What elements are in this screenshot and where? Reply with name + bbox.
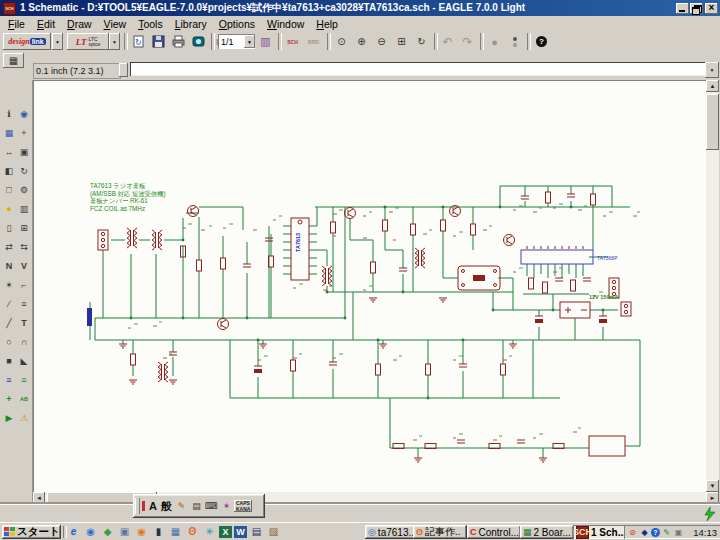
ime-dictionary-icon[interactable]: ▤: [189, 498, 204, 515]
tool-show-icon[interactable]: ◉: [17, 104, 31, 123]
task-schematic-window[interactable]: SCH 1 Sch...: [573, 525, 625, 539]
scroll-up-arrow[interactable]: ▲: [706, 80, 719, 92]
quicklaunch-excel-icon[interactable]: X: [219, 526, 232, 538]
quicklaunch-firefox-icon[interactable]: ʘ: [185, 525, 200, 538]
ime-pad-icon[interactable]: ✶: [219, 498, 234, 515]
quicklaunch-notebook-icon[interactable]: ▤: [249, 525, 264, 538]
ime-input-mode[interactable]: A: [147, 500, 159, 512]
tool-name-icon[interactable]: N: [2, 256, 16, 275]
zoom-select-button[interactable]: ⊞: [392, 33, 411, 50]
vertical-scrollbar[interactable]: ▲ ▼: [706, 80, 719, 492]
go-button[interactable]: [505, 33, 524, 50]
task-board-window[interactable]: ▦ 2 Boar...: [520, 525, 574, 539]
tool-move-icon[interactable]: ↔: [2, 142, 16, 161]
ime-conversion-mode[interactable]: 般: [159, 499, 174, 514]
menu-options[interactable]: Options: [213, 17, 261, 31]
tool-group-icon[interactable]: □: [2, 180, 16, 199]
tray-shield-icon[interactable]: ◆: [639, 526, 650, 538]
command-history-button[interactable]: [119, 63, 128, 77]
tool-gateswap-icon[interactable]: ⇆: [17, 237, 31, 256]
tool-bus-icon[interactable]: ≡: [2, 370, 16, 389]
cam-processor-button[interactable]: [189, 33, 208, 50]
designlink-button[interactable]: designlink: [3, 33, 51, 50]
quicklaunch-viewer-icon[interactable]: ▣: [117, 525, 132, 538]
minimize-button[interactable]: [676, 3, 689, 14]
quicklaunch-messenger-icon[interactable]: ◉: [83, 525, 98, 538]
quicklaunch-computer-icon[interactable]: ▦: [168, 525, 183, 538]
tool-add-icon[interactable]: ⊞: [17, 218, 31, 237]
ime-drag-handle[interactable]: [135, 498, 140, 514]
quicklaunch-console-icon[interactable]: ▮: [151, 525, 166, 538]
schematic-view-button[interactable]: SCH: [283, 33, 302, 50]
zoom-out-button[interactable]: ⊖: [372, 33, 391, 50]
tool-rect-icon[interactable]: ■: [2, 351, 16, 370]
tool-miter-icon[interactable]: ⌐: [17, 275, 31, 294]
menu-window[interactable]: Window: [261, 17, 310, 31]
ime-pen-icon[interactable]: ✎: [174, 498, 189, 515]
tool-wire-icon[interactable]: ╱: [2, 313, 16, 332]
caps-kana-indicator[interactable]: CAPS KANA: [234, 500, 252, 512]
tray-question-icon[interactable]: ?: [651, 528, 660, 537]
command-dropdown[interactable]: ▼: [705, 62, 719, 78]
sheet-combo[interactable]: 1/1 ▼: [218, 34, 255, 49]
ltcspice-button[interactable]: LT LTCspice: [67, 33, 109, 50]
menu-file[interactable]: File: [2, 17, 31, 31]
start-button[interactable]: スタート: [2, 525, 61, 539]
save-button[interactable]: [149, 33, 168, 50]
undo-button[interactable]: ↶: [438, 33, 457, 50]
print-button[interactable]: [169, 33, 188, 50]
tool-rotate-icon[interactable]: ↻: [17, 161, 31, 180]
board-view-button[interactable]: BRD: [304, 33, 323, 50]
vertical-scroll-thumb[interactable]: [706, 94, 719, 150]
ime-keyboard-icon[interactable]: ⌨: [204, 498, 219, 515]
task-control-window[interactable]: C Control...: [467, 525, 521, 539]
quicklaunch-word-icon[interactable]: W: [234, 526, 247, 538]
tool-display-icon[interactable]: ▦: [2, 123, 16, 142]
tool-change-icon[interactable]: ⚙: [17, 180, 31, 199]
tray-mute-icon[interactable]: ⊘: [627, 526, 638, 538]
scroll-down-arrow[interactable]: ▼: [706, 480, 719, 492]
tool-value-icon[interactable]: V: [17, 256, 31, 275]
tool-net-icon[interactable]: ≡: [17, 370, 31, 389]
menu-edit[interactable]: Edit: [31, 17, 61, 31]
grid-button[interactable]: ▦: [3, 53, 24, 68]
designlink-dropdown[interactable]: ▼: [52, 33, 63, 50]
quicklaunch-image-icon[interactable]: ▨: [266, 525, 281, 538]
tool-pinswap-icon[interactable]: ⇄: [2, 237, 16, 256]
tool-smash-icon[interactable]: ✶: [2, 275, 16, 294]
tool-label-icon[interactable]: AB: [17, 389, 31, 408]
close-button[interactable]: ×: [705, 3, 718, 14]
menu-view[interactable]: View: [98, 17, 133, 31]
tool-circle-icon[interactable]: ○: [2, 332, 16, 351]
tool-junction-icon[interactable]: +: [2, 389, 16, 408]
sheet-combo-arrow[interactable]: ▼: [244, 35, 255, 48]
tool-delete-icon[interactable]: ▯: [2, 218, 16, 237]
restore-button[interactable]: [690, 3, 703, 14]
tool-text-icon[interactable]: T: [17, 313, 31, 332]
scroll-right-arrow[interactable]: ►: [706, 492, 719, 504]
open-button[interactable]: ↻: [129, 33, 148, 50]
tool-polygon-icon[interactable]: ◣: [17, 351, 31, 370]
zoom-in-button[interactable]: ⊕: [352, 33, 371, 50]
tool-copy-icon[interactable]: ▣: [17, 142, 31, 161]
stop-button[interactable]: ●: [485, 33, 504, 50]
quicklaunch-swirl-icon[interactable]: ✳: [202, 525, 217, 538]
task-firefox-window[interactable]: ʘ 記事作..: [413, 525, 467, 539]
tool-mirror-icon[interactable]: ◧: [2, 161, 16, 180]
task-ta7613-window[interactable]: ◎ ta7613..: [365, 525, 415, 539]
ltcspice-dropdown[interactable]: ▼: [109, 33, 120, 50]
menu-draw[interactable]: Draw: [61, 17, 98, 31]
command-input[interactable]: [130, 62, 706, 76]
tool-invoke-icon[interactable]: ≡: [17, 294, 31, 313]
zoom-fit-button[interactable]: ⊙: [332, 33, 351, 50]
app-icon[interactable]: SCH: [3, 2, 16, 15]
tool-arc-icon[interactable]: ∩: [17, 332, 31, 351]
zoom-redraw-button[interactable]: ↻: [412, 33, 431, 50]
help-button[interactable]: ?: [532, 33, 551, 50]
tool-split-icon[interactable]: ∕: [2, 294, 16, 313]
layer-settings-button[interactable]: ▥: [256, 33, 275, 50]
tool-paste-icon[interactable]: ▥: [17, 199, 31, 218]
tray-pen-icon[interactable]: ✎: [661, 526, 672, 538]
menu-library[interactable]: Library: [169, 17, 213, 31]
schematic-drawing[interactable]: TA7613 ラジオ基板 (AM/SSB 対応 短波受信機) 基板ナンバー RK…: [33, 80, 706, 492]
